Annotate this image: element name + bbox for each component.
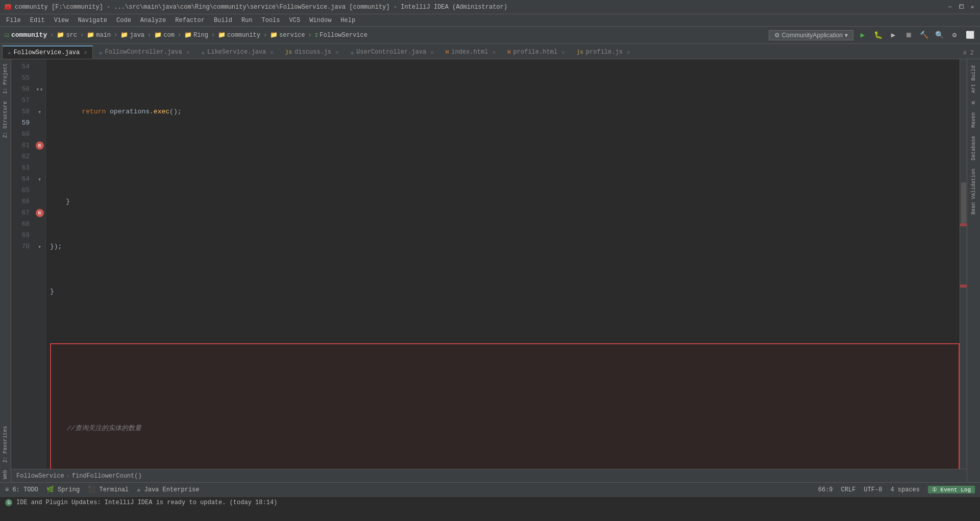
- tab-close-discuss-js[interactable]: ✕: [335, 49, 339, 56]
- code-text-56: }: [50, 196, 70, 207]
- tab-java-icon-3: ☕: [201, 49, 205, 56]
- menu-window[interactable]: Window: [305, 16, 335, 25]
- close-button[interactable]: ✕: [969, 4, 976, 11]
- menu-edit[interactable]: Edit: [26, 16, 49, 25]
- tab-label-likeservice: LikeService.java: [207, 49, 266, 56]
- gutter-63: [34, 162, 45, 174]
- tab-close-followservice[interactable]: ✕: [84, 49, 87, 56]
- gutter-61[interactable]: m: [34, 140, 45, 151]
- breakpoint-61[interactable]: m: [36, 141, 44, 150]
- menu-vcs[interactable]: VCS: [285, 16, 305, 25]
- gutter-62: [34, 151, 45, 162]
- status-terminal[interactable]: ⬛ Terminal: [88, 486, 129, 493]
- tab-close-profile-html[interactable]: ✕: [561, 49, 565, 56]
- breadcrumb-community2[interactable]: 📁 community: [218, 31, 260, 39]
- art-build-panel-tab[interactable]: Art Build: [969, 61, 978, 97]
- tab-close-index-html[interactable]: ✕: [492, 49, 496, 56]
- menu-run[interactable]: Run: [237, 16, 257, 25]
- restore-button[interactable]: ⧠: [958, 4, 965, 11]
- web-panel-tab[interactable]: Web: [2, 467, 9, 482]
- menu-help[interactable]: Help: [336, 16, 359, 25]
- code-line-58: }: [50, 286, 960, 297]
- gutter-67[interactable]: m: [34, 207, 45, 219]
- tab-label-index-html: index.html: [451, 49, 488, 56]
- breadcrumb-src[interactable]: 📁 src: [57, 31, 77, 39]
- tab-close-profile-js[interactable]: ✕: [627, 49, 630, 56]
- menu-navigate[interactable]: Navigate: [74, 16, 111, 25]
- minimize-button[interactable]: ─: [946, 4, 953, 11]
- status-todo[interactable]: ≡ 6: TODO: [5, 486, 38, 493]
- menu-build[interactable]: Build: [210, 16, 236, 25]
- event-log-button[interactable]: ① Event Log: [928, 486, 975, 493]
- fold-icon-70[interactable]: ▾: [38, 243, 41, 251]
- database-panel-tab[interactable]: Database: [969, 132, 978, 164]
- tab-likeservice[interactable]: ☕ LikeService.java ✕: [195, 45, 279, 59]
- tab-close-usercontroller[interactable]: ✕: [430, 49, 434, 56]
- tab-discuss-js[interactable]: js discuss.js ✕: [280, 45, 345, 59]
- fold-icon-64[interactable]: ▾: [38, 176, 41, 183]
- structure-panel-tab[interactable]: Z: Structure: [2, 98, 9, 141]
- gutter-54: [34, 61, 45, 73]
- breadcrumb-main[interactable]: 📁 main: [87, 31, 111, 39]
- folder-icon-community: 📁: [218, 31, 226, 39]
- code-line-61: public long findFolloweeCount(int userId…: [51, 468, 959, 469]
- breadcrumb-ring[interactable]: 📁 Ring: [184, 31, 208, 39]
- right-scrollbar[interactable]: [960, 59, 967, 469]
- expand-button[interactable]: ⬜: [964, 29, 976, 41]
- debug-button[interactable]: 🐛: [872, 29, 884, 41]
- bottom-breadcrumb-bar: FollowService › findFollowerCount(): [11, 469, 967, 482]
- fold-icon-56[interactable]: ▾: [36, 86, 43, 93]
- bottom-breadcrumb-followservice[interactable]: FollowService: [16, 472, 64, 480]
- m-panel-tab[interactable]: m: [969, 97, 978, 108]
- breadcrumb-java[interactable]: 📁 java: [120, 31, 144, 39]
- tab-index-html[interactable]: H index.html ✕: [440, 45, 501, 59]
- bean-validation-panel-tab[interactable]: Bean Validation: [969, 164, 978, 219]
- status-encoding[interactable]: UTF-8: [864, 486, 882, 493]
- project-panel-tab[interactable]: 1: Project: [2, 60, 9, 97]
- menu-analyze[interactable]: Analyze: [136, 16, 170, 25]
- tab-profile-html[interactable]: H profile.html ✕: [502, 45, 571, 59]
- search-button[interactable]: 🔍: [933, 29, 945, 41]
- tab-close-followcontroller[interactable]: ✕: [186, 49, 190, 56]
- menu-view[interactable]: View: [50, 16, 73, 25]
- stop-button[interactable]: ⏹: [902, 29, 915, 41]
- status-spring[interactable]: 🌿 Spring: [46, 486, 80, 493]
- scrollbar-thumb[interactable]: [961, 182, 966, 223]
- title-bar: 🧰 community [F:\community] - ...\src\mai…: [0, 0, 980, 14]
- menu-file[interactable]: File: [2, 16, 25, 25]
- tabs-overflow-button[interactable]: ≡ 2: [959, 48, 978, 59]
- tab-usercontroller[interactable]: ☕ UserController.java ✕: [345, 45, 439, 59]
- tab-profile-js[interactable]: js profile.js ✕: [571, 45, 636, 59]
- code-line-59: [51, 378, 959, 389]
- run-button[interactable]: ▶: [856, 29, 869, 41]
- status-line-ending[interactable]: CRLF: [841, 486, 856, 493]
- build-button[interactable]: 🔨: [918, 29, 930, 41]
- menu-tools[interactable]: Tools: [258, 16, 284, 25]
- favorites-panel-tab[interactable]: 2: Favorites: [2, 423, 9, 466]
- coverage-button[interactable]: ▶: [887, 29, 899, 41]
- breadcrumb-ring-label: Ring: [193, 32, 208, 39]
- status-cursor-pos[interactable]: 66:9: [818, 486, 833, 493]
- tab-close-likeservice[interactable]: ✕: [270, 49, 274, 56]
- breakpoint-67[interactable]: m: [36, 209, 44, 217]
- status-indent[interactable]: 4 spaces: [890, 486, 920, 493]
- run-config-button[interactable]: ⚙ CommunityApplication ▾: [769, 30, 853, 40]
- breadcrumb-project[interactable]: 🗂 community: [4, 31, 47, 39]
- folder-icon-service: 📁: [270, 31, 278, 39]
- breadcrumb-com[interactable]: 📁 com: [154, 31, 175, 39]
- bottom-breadcrumb-method[interactable]: findFollowerCount(): [72, 472, 142, 480]
- breadcrumb-service[interactable]: 📁 service: [270, 31, 305, 39]
- status-java-enterprise[interactable]: ☕ Java Enterprise: [137, 486, 199, 493]
- breadcrumb-followservice[interactable]: I FollowService: [315, 32, 368, 39]
- right-panel-strip: Art Build m Maven Database Bean Validati…: [967, 59, 980, 482]
- menu-code[interactable]: Code: [112, 16, 135, 25]
- fold-icon-58[interactable]: ▾: [38, 108, 41, 116]
- settings-button[interactable]: ⚙: [948, 29, 961, 41]
- code-line-57: });: [50, 241, 960, 252]
- line-num-66: 66: [11, 196, 34, 207]
- tab-followcontroller[interactable]: ☕ FollowController.java ✕: [93, 45, 195, 59]
- code-editor[interactable]: return operations.exec(); } }); }: [46, 59, 960, 469]
- menu-refactor[interactable]: Refactor: [171, 16, 209, 25]
- maven-panel-tab[interactable]: Maven: [969, 108, 978, 132]
- tab-followservice[interactable]: ☕ FollowService.java ✕: [2, 45, 93, 59]
